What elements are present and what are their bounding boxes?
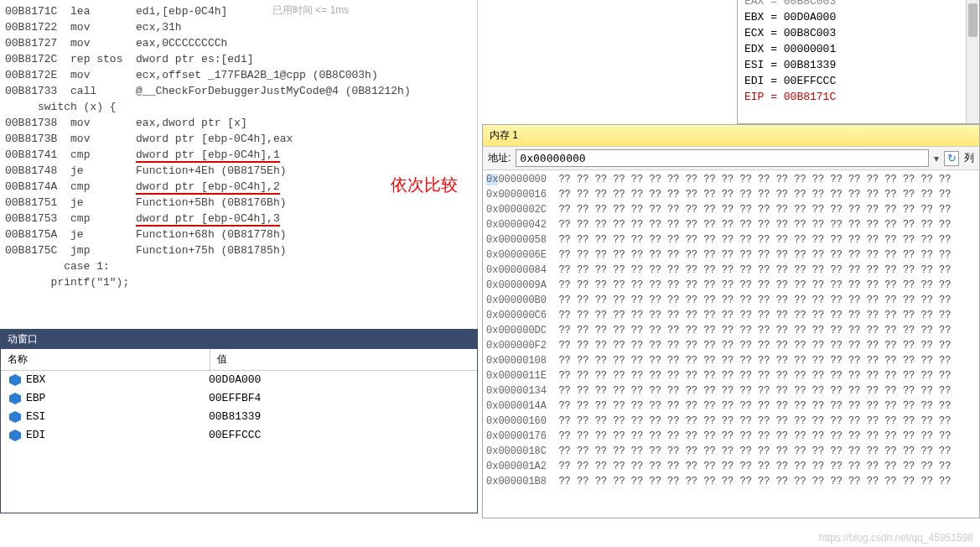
disassembly-pane[interactable]: 已用时间 <= 1ms 00B8171C lea edi,[ebp-0C4h]0… <box>0 0 478 329</box>
disasm-line[interactable]: case 1: <box>5 258 477 274</box>
memory-row[interactable]: 0x00000108 ?? ?? ?? ?? ?? ?? ?? ?? ?? ??… <box>486 353 976 368</box>
autos-title: 动窗口 <box>1 330 477 349</box>
refresh-button[interactable]: ↻ <box>944 151 959 166</box>
disasm-line[interactable]: 00B81753 cmp dword ptr [ebp-0C4h],3 <box>5 211 477 227</box>
register-line[interactable]: ECX = 00B8C003 <box>744 25 972 41</box>
watermark: https://blog.csdn.net/qq_45951598 <box>819 532 973 544</box>
disasm-line[interactable]: switch (x) { <box>5 99 477 115</box>
memory-row[interactable]: 0x00000084 ?? ?? ?? ?? ?? ?? ?? ?? ?? ??… <box>486 263 976 278</box>
memory-row[interactable]: 0x000000DC ?? ?? ?? ?? ?? ?? ?? ?? ?? ??… <box>486 323 976 338</box>
disasm-line[interactable]: 00B81751 je Function+5Bh (0B8176Bh) <box>5 195 477 211</box>
autos-row[interactable]: EDI00EFFCCC <box>1 426 477 445</box>
variable-icon <box>9 393 21 404</box>
autos-row[interactable]: ESI00B81339 <box>1 408 477 426</box>
memory-row[interactable]: 0x00000134 ?? ?? ?? ?? ?? ?? ?? ?? ?? ??… <box>486 383 976 399</box>
autos-col-name[interactable]: 名称 <box>1 349 210 370</box>
memory-row[interactable]: 0x000000F2 ?? ?? ?? ?? ?? ?? ?? ?? ?? ??… <box>486 338 976 353</box>
autos-row[interactable]: EBP00EFFBF4 <box>1 389 477 408</box>
memory-row[interactable]: 0x0000011E ?? ?? ?? ?? ?? ?? ?? ?? ?? ??… <box>486 368 976 383</box>
memory-row[interactable]: 0x00000000 ?? ?? ?? ?? ?? ?? ?? ?? ?? ??… <box>486 172 976 187</box>
memory-panel: 内存 1 地址: ▾ ↻ 列 0x00000000 ?? ?? ?? ?? ??… <box>482 124 980 518</box>
registers-pane[interactable]: EAX = 00B8C003EBX = 00D0A000ECX = 00B8C0… <box>737 0 980 124</box>
disasm-line[interactable]: 00B8172C rep stos dword ptr es:[edi] <box>5 51 477 67</box>
disasm-line[interactable]: 00B8171C lea edi,[ebp-0C4h] <box>5 3 477 19</box>
disasm-line[interactable]: 00B81741 cmp dword ptr [ebp-0C4h],1 <box>5 147 477 163</box>
memory-row[interactable]: 0x000000B0 ?? ?? ?? ?? ?? ?? ?? ?? ?? ??… <box>486 293 976 308</box>
memory-row[interactable]: 0x00000016 ?? ?? ?? ?? ?? ?? ?? ?? ?? ??… <box>486 187 976 202</box>
disasm-line[interactable]: printf("1"); <box>5 274 477 290</box>
memory-row[interactable]: 0x00000176 ?? ?? ?? ?? ?? ?? ?? ?? ?? ??… <box>486 429 976 444</box>
autos-panel: 动窗口 名称 值 EBX00D0A000EBP00EFFBF4ESI00B813… <box>0 329 478 513</box>
columns-button[interactable]: 列 <box>964 151 974 165</box>
memory-row[interactable]: 0x000000C6 ?? ?? ?? ?? ?? ?? ?? ?? ?? ??… <box>486 308 976 323</box>
register-line[interactable]: EBX = 00D0A000 <box>744 9 972 25</box>
memory-row[interactable]: 0x000001B8 ?? ?? ?? ?? ?? ?? ?? ?? ?? ??… <box>486 474 976 489</box>
registers-scrollbar[interactable] <box>966 0 979 123</box>
disasm-line[interactable]: 00B8175A je Function+68h (0B81778h) <box>5 227 477 242</box>
variable-icon <box>9 430 21 441</box>
register-line[interactable]: EDX = 00000001 <box>744 41 972 57</box>
disasm-line[interactable]: 00B81727 mov eax,0CCCCCCCCh <box>5 35 477 51</box>
memory-address-input[interactable] <box>516 149 929 167</box>
disasm-line[interactable]: 00B8172E mov ecx,offset _177FBA2B_1@cpp … <box>5 67 477 83</box>
memory-title: 内存 1 <box>483 125 979 147</box>
disasm-line[interactable]: 00B81738 mov eax,dword ptr [x] <box>5 115 477 131</box>
memory-row[interactable]: 0x0000014A ?? ?? ?? ?? ?? ?? ?? ?? ?? ??… <box>486 399 976 414</box>
dropdown-icon[interactable]: ▾ <box>934 153 939 164</box>
register-line[interactable]: EIP = 00B8171C <box>744 89 972 105</box>
autos-col-value[interactable]: 值 <box>210 349 477 370</box>
variable-icon <box>9 374 21 386</box>
register-line[interactable]: EDI = 00EFFCCC <box>744 73 972 89</box>
disasm-line[interactable]: 00B81722 mov ecx,31h <box>5 19 477 35</box>
variable-icon <box>9 411 21 423</box>
disasm-line[interactable]: 00B81733 call @__CheckForDebuggerJustMyC… <box>5 83 477 99</box>
autos-row[interactable]: EBX00D0A000 <box>1 371 477 389</box>
memory-row[interactable]: 0x000001A2 ?? ?? ?? ?? ?? ?? ?? ?? ?? ??… <box>486 459 976 474</box>
autos-header: 名称 值 <box>1 349 477 371</box>
annotation-text: 依次比较 <box>391 174 458 196</box>
memory-row[interactable]: 0x0000009A ?? ?? ?? ?? ?? ?? ?? ?? ?? ??… <box>486 278 976 293</box>
memory-row[interactable]: 0x0000002C ?? ?? ?? ?? ?? ?? ?? ?? ?? ??… <box>486 202 976 217</box>
memory-row[interactable]: 0x0000018C ?? ?? ?? ?? ?? ?? ?? ?? ?? ??… <box>486 444 976 459</box>
memory-address-bar: 地址: ▾ ↻ 列 <box>483 147 979 170</box>
memory-row[interactable]: 0x00000058 ?? ?? ?? ?? ?? ?? ?? ?? ?? ??… <box>486 232 976 247</box>
memory-row[interactable]: 0x0000006E ?? ?? ?? ?? ?? ?? ?? ?? ?? ??… <box>486 247 976 263</box>
timing-label: 已用时间 <= 1ms <box>272 3 349 18</box>
disasm-line[interactable]: 00B8175C jmp Function+75h (0B81785h) <box>5 242 477 258</box>
disasm-line[interactable]: 00B8173B mov dword ptr [ebp-0C4h],eax <box>5 131 477 147</box>
memory-row[interactable]: 0x00000042 ?? ?? ?? ?? ?? ?? ?? ?? ?? ??… <box>486 217 976 232</box>
memory-row[interactable]: 0x00000160 ?? ?? ?? ?? ?? ?? ?? ?? ?? ??… <box>486 414 976 429</box>
register-line[interactable]: ESI = 00B81339 <box>744 57 972 73</box>
memory-body[interactable]: 0x00000000 ?? ?? ?? ?? ?? ?? ?? ?? ?? ??… <box>483 170 979 491</box>
memory-address-label: 地址: <box>488 151 511 165</box>
